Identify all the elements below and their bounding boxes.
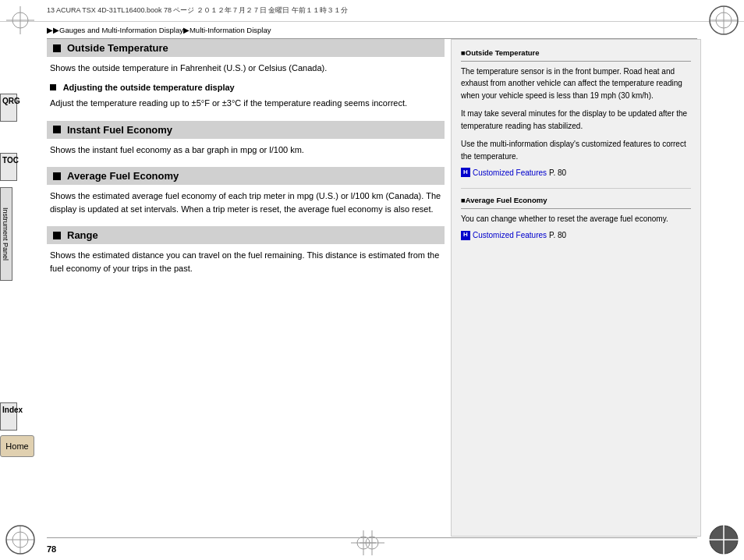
average-fuel-body: Shows the estimated average fuel economy… xyxy=(47,190,445,215)
crosshair-top-left xyxy=(3,3,37,37)
file-info: 13 ACURA TSX 4D-31TL16400.book 78 ページ ２０… xyxy=(47,5,348,16)
instant-fuel-text: Shows the instant fuel economy as a bar … xyxy=(50,144,441,157)
right-section-1: ■Outside Temperature The temperature sen… xyxy=(461,48,691,179)
top-bar: 13 ACURA TSX 4D-31TL16400.book 78 ページ ２０… xyxy=(0,0,744,22)
toc-tab[interactable]: TOC xyxy=(0,153,17,181)
link-text-1: Customized Features xyxy=(473,167,547,179)
average-fuel-header: Average Fuel Economy xyxy=(47,167,445,185)
right-divider xyxy=(461,188,691,189)
home-tab[interactable]: Home xyxy=(0,435,34,457)
right-para-3: Use the multi-information display's cust… xyxy=(461,138,691,162)
outside-temp-title: Outside Temperature xyxy=(67,42,168,54)
right-para-4: You can change whether to reset the aver… xyxy=(461,213,691,225)
right-column: ■Outside Temperature The temperature sen… xyxy=(451,39,701,537)
left-column: Outside Temperature Shows the outside te… xyxy=(47,39,445,537)
crosshair-bottom-left xyxy=(3,523,37,557)
crosshair-bottom-right xyxy=(707,523,741,557)
range-text: Shows the estimated distance you can tra… xyxy=(50,249,441,275)
right-section-2-title: ■Average Fuel Economy xyxy=(461,195,691,209)
breadcrumb-text: ▶▶Gauges and Multi-Information Display▶M… xyxy=(47,26,271,34)
right-para-1: The temperature sensor is in the front b… xyxy=(461,66,691,102)
average-fuel-title: Average Fuel Economy xyxy=(67,170,179,182)
outside-temp-header: Outside Temperature xyxy=(47,39,445,57)
subheading-text: Adjusting the outside temperature displa… xyxy=(63,83,235,92)
range-body: Shows the estimated distance you can tra… xyxy=(47,249,445,275)
section-icon-4 xyxy=(53,232,61,239)
link-icon-1: H xyxy=(461,168,470,177)
right-section-1-title: ■Outside Temperature xyxy=(461,48,691,62)
sub-icon xyxy=(50,84,56,90)
customized-features-link-2[interactable]: H Customized Features P. 80 xyxy=(461,229,566,242)
instrument-panel-tab[interactable]: Instrument Panel xyxy=(0,187,12,281)
instant-fuel-header: Instant Fuel Economy xyxy=(47,121,445,139)
qrg-tab[interactable]: QRG xyxy=(0,94,17,122)
index-tab[interactable]: Index xyxy=(0,402,17,431)
crosshair-top-right xyxy=(707,3,741,37)
link-icon-2: H xyxy=(461,231,470,240)
page-number: 78 xyxy=(47,544,56,554)
outside-temp-subtext: Adjust the temperature reading up to ±5°… xyxy=(50,97,441,110)
section-icon xyxy=(53,44,61,52)
instant-fuel-body: Shows the instant fuel economy as a bar … xyxy=(47,144,445,157)
right-para-2: It may take several minutes for the disp… xyxy=(461,108,691,132)
crosshair-bottom-mid2 xyxy=(349,529,377,557)
outside-temp-text: Shows the outside temperature in Fahrenh… xyxy=(50,62,441,75)
right-section-1-body: The temperature sensor is in the front b… xyxy=(461,66,691,179)
section-icon-3 xyxy=(53,172,61,180)
breadcrumb: ▶▶Gauges and Multi-Information Display▶M… xyxy=(47,22,697,39)
instant-fuel-title: Instant Fuel Economy xyxy=(67,124,172,136)
range-header: Range xyxy=(47,226,445,244)
right-section-2: ■Average Fuel Economy You can change whe… xyxy=(461,195,691,241)
link-text-2: Customized Features xyxy=(473,229,547,242)
average-fuel-text: Shows the estimated average fuel economy… xyxy=(50,190,441,215)
customized-features-link-1[interactable]: H Customized Features P. 80 xyxy=(461,167,566,179)
range-title: Range xyxy=(67,229,98,241)
link-page-2: P. 80 xyxy=(549,229,566,242)
right-section-2-body: You can change whether to reset the aver… xyxy=(461,213,691,241)
outside-temp-body: Shows the outside temperature in Fahrenh… xyxy=(47,62,445,110)
section-icon-2 xyxy=(53,126,61,133)
outside-temp-subheading: Adjusting the outside temperature displa… xyxy=(50,81,441,94)
link-page-1: P. 80 xyxy=(549,167,566,179)
